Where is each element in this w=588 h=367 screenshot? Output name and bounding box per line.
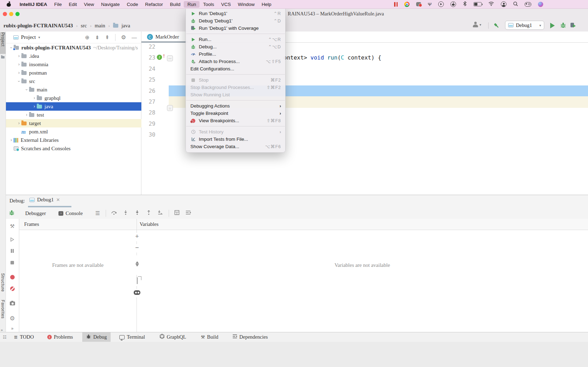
tool-windows-grid-icon[interactable]: ☷: [3, 335, 7, 340]
menu-code[interactable]: Code: [123, 1, 141, 8]
editor-tab-markorder[interactable]: C MarkOrder: [147, 32, 179, 42]
screen-record-icon[interactable]: [416, 2, 421, 6]
chevron-expanded-icon[interactable]: ›: [16, 81, 22, 82]
remove-icon[interactable]: −: [133, 244, 141, 252]
fold-region-tag[interactable]: —: [167, 55, 173, 61]
evaluate-expression-icon[interactable]: [174, 210, 180, 217]
move-up-icon[interactable]: [133, 255, 141, 264]
apple-icon[interactable]: [6, 2, 11, 7]
menu-refactor[interactable]: Refactor: [141, 1, 166, 8]
debug-session-tab[interactable]: Debug1 ✕: [29, 197, 60, 203]
menu-item-run-debug1[interactable]: Run 'Debug1'⌃R: [186, 10, 285, 17]
user-account-button[interactable]: ▾: [472, 22, 481, 27]
statusbar-build[interactable]: ⚒Build: [197, 332, 222, 342]
breadcrumb-root[interactable]: rubix-plugin-FCTRAINAU543: [4, 23, 73, 29]
control-center-icon[interactable]: [525, 2, 531, 7]
tree-row-project-root[interactable]: › rubix-plugin-FCTRAINAU543~/Desktop/Tra…: [6, 43, 141, 52]
more-icon[interactable]: »: [6, 326, 19, 331]
tree-row-idea[interactable]: › .idea: [6, 52, 141, 60]
chevron-down-icon[interactable]: ▾: [38, 35, 40, 39]
wrench-icon[interactable]: ⚒: [6, 223, 19, 229]
editor-gutter[interactable]: 22 23 24 25 26 27 28 29 30: [141, 41, 155, 140]
menu-item-run-ellipsis[interactable]: Run...⌃⌥R: [186, 36, 285, 43]
menu-item-debug-ellipsis[interactable]: Debug...⌃⌥D: [186, 43, 285, 50]
menu-item-attach-to-process[interactable]: Attach to Process...⌥⇧F5: [186, 58, 285, 65]
menu-build[interactable]: Build: [166, 1, 184, 8]
watch-glasses-icon[interactable]: [133, 289, 141, 297]
menu-item-view-breakpoints[interactable]: View Breakpoints...⇧⌘F8: [186, 117, 285, 124]
zoom-window-button[interactable]: [15, 12, 20, 16]
menu-item-debug-debug1[interactable]: Debug 'Debug1'⌃D: [186, 17, 285, 25]
step-over-icon[interactable]: [111, 210, 117, 217]
menu-item-debugging-actions[interactable]: Debugging Actions›: [186, 102, 285, 110]
close-window-button[interactable]: [3, 12, 7, 16]
siri-icon[interactable]: [538, 2, 543, 7]
tree-row-postman[interactable]: › postman: [6, 69, 141, 77]
menu-view[interactable]: View: [80, 1, 98, 8]
chevron-collapsed-icon[interactable]: ›: [16, 53, 21, 59]
force-step-into-icon[interactable]: [134, 210, 140, 217]
menu-item-show-coverage-data[interactable]: Show Coverage Data...⌥⌘F6: [186, 143, 285, 150]
fold-region-tag[interactable]: ⌂: [167, 105, 173, 111]
statusbar-graphql[interactable]: GraphQL: [156, 332, 190, 342]
chevron-collapsed-icon[interactable]: ›: [16, 120, 21, 126]
search-icon[interactable]: [513, 1, 518, 7]
collapse-all-icon[interactable]: ⇞: [105, 34, 110, 41]
tab-debugger[interactable]: Debugger: [25, 210, 46, 216]
code-line[interactable]: ontext> void run(C context) {: [284, 52, 381, 63]
statusbar-terminal[interactable]: Terminal: [115, 332, 149, 342]
restore-layout-icon[interactable]: [185, 210, 191, 217]
menu-item-toggle-breakpoint[interactable]: Toggle Breakpoint›: [186, 110, 285, 117]
view-breakpoints-icon[interactable]: [10, 275, 15, 279]
tree-row-external-libraries[interactable]: › External Libraries: [6, 136, 141, 144]
chevron-collapsed-icon[interactable]: ›: [32, 104, 37, 109]
tree-row-target[interactable]: › target: [6, 119, 141, 127]
chevron-expanded-icon[interactable]: ›: [24, 89, 29, 91]
chevron-collapsed-icon[interactable]: ›: [9, 137, 14, 143]
step-into-icon[interactable]: [123, 210, 128, 217]
run-button[interactable]: [550, 23, 555, 28]
menu-item-import-tests[interactable]: Import Tests from File...: [186, 136, 285, 143]
implements-gutter-icon[interactable]: I: [157, 55, 162, 60]
stripe-structure-tab[interactable]: Structure: [0, 273, 6, 292]
tree-row-pom[interactable]: mpom.xml: [6, 127, 141, 136]
stripe-more-button[interactable]: »: [1, 328, 3, 332]
add-icon[interactable]: +: [133, 233, 141, 241]
variables-pane[interactable]: Variables are not available: [136, 230, 588, 332]
gear-icon[interactable]: ⚙: [6, 315, 19, 322]
move-down-icon[interactable]: [133, 266, 141, 275]
menu-navigate[interactable]: Navigate: [98, 1, 123, 8]
chrome-icon[interactable]: [404, 2, 410, 7]
tree-row-scratches[interactable]: Scratches and Consoles: [6, 144, 141, 153]
gear-icon[interactable]: ⚙: [121, 34, 126, 41]
play-circle-icon[interactable]: [438, 1, 444, 7]
breadcrumb-src[interactable]: src: [81, 23, 87, 29]
accessibility-icon[interactable]: [450, 1, 456, 7]
user-icon[interactable]: [501, 1, 506, 7]
tree-row-insomnia[interactable]: › insomnia: [6, 60, 141, 69]
wifi-icon[interactable]: [488, 1, 494, 7]
menu-vcs[interactable]: VCS: [218, 1, 234, 8]
run-to-cursor-icon[interactable]: [158, 210, 163, 217]
chevron-collapsed-icon[interactable]: ›: [32, 95, 37, 101]
breadcrumb-main[interactable]: main: [95, 23, 105, 29]
stripe-favorites-tab[interactable]: Favorites: [0, 300, 6, 319]
tree-row-graphql[interactable]: › graphql: [6, 94, 141, 102]
tree-row-src[interactable]: › src: [6, 77, 141, 85]
menu-item-profile[interactable]: Profile...: [186, 50, 285, 58]
menu-edit[interactable]: Edit: [65, 1, 80, 8]
run-configuration-selector[interactable]: Debug1 ▾: [505, 21, 544, 30]
close-icon[interactable]: ✕: [56, 197, 60, 203]
bluetooth-icon[interactable]: [463, 1, 467, 7]
chevron-collapsed-icon[interactable]: ›: [16, 70, 21, 76]
minimize-window-button[interactable]: [9, 12, 13, 16]
menu-help[interactable]: Help: [258, 1, 275, 8]
menu-tools[interactable]: Tools: [200, 1, 218, 8]
project-panel-title[interactable]: Project: [21, 34, 36, 40]
step-out-icon[interactable]: [146, 210, 152, 217]
utensils-icon[interactable]: Ψ: [428, 2, 432, 7]
statusbar-dependencies[interactable]: Dependencies: [229, 332, 272, 342]
statusbar-todo[interactable]: ≣TODO: [10, 332, 38, 342]
debug-button[interactable]: [560, 22, 566, 30]
frames-pane[interactable]: Frames are not available: [19, 230, 136, 332]
